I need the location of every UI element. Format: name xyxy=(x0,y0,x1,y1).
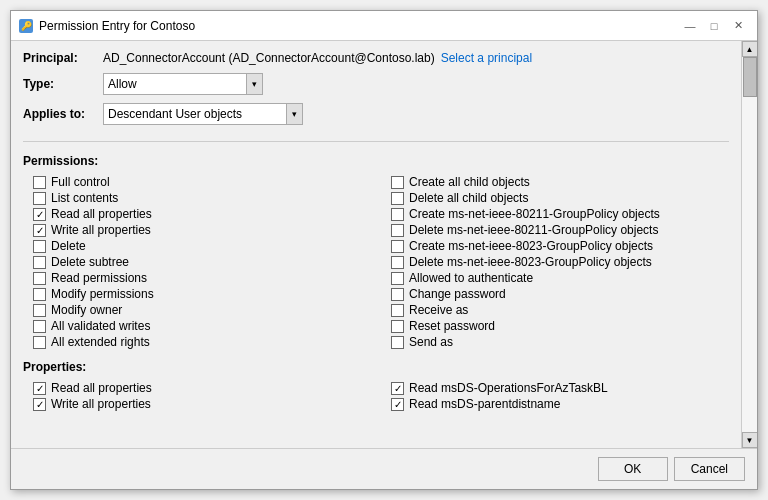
prop-read-msds-ops: Read msDS-OperationsForAzTaskBL xyxy=(391,380,729,396)
title-bar-left: 🔑 Permission Entry for Contoso xyxy=(19,19,195,33)
scrollbar[interactable]: ▲ ▼ xyxy=(741,41,757,448)
perm-delete-8023-checkbox[interactable] xyxy=(391,256,404,269)
perm-reset-password: Reset password xyxy=(391,318,729,334)
prop-read-msds-ops-label: Read msDS-OperationsForAzTaskBL xyxy=(409,381,608,395)
divider-1 xyxy=(23,141,729,142)
applies-dropdown[interactable]: Descendant User objects ▾ xyxy=(103,103,303,125)
properties-grid: Read all properties Write all properties… xyxy=(33,380,729,412)
perm-change-password: Change password xyxy=(391,286,729,302)
perm-all-extended-rights-checkbox[interactable] xyxy=(33,336,46,349)
minimize-button[interactable]: — xyxy=(679,16,701,36)
perm-full-control-checkbox[interactable] xyxy=(33,176,46,189)
perm-create-80211: Create ms-net-ieee-80211-GroupPolicy obj… xyxy=(391,206,729,222)
type-dropdown[interactable]: Allow ▾ xyxy=(103,73,263,95)
applies-dropdown-arrow: ▾ xyxy=(286,104,302,124)
cancel-button[interactable]: Cancel xyxy=(674,457,745,481)
dialog-window: 🔑 Permission Entry for Contoso — □ ✕ Pri… xyxy=(10,10,758,490)
perm-send-as-checkbox[interactable] xyxy=(391,336,404,349)
perm-full-control: Full control xyxy=(33,174,371,190)
perm-read-all-properties-checkbox[interactable] xyxy=(33,208,46,221)
prop-read-all-checkbox[interactable] xyxy=(33,382,46,395)
perm-delete: Delete xyxy=(33,238,371,254)
permissions-section: Permissions: Full control List contents xyxy=(23,154,729,350)
maximize-button[interactable]: □ xyxy=(703,16,725,36)
close-button[interactable]: ✕ xyxy=(727,16,749,36)
perm-delete-80211: Delete ms-net-ieee-80211-GroupPolicy obj… xyxy=(391,222,729,238)
perm-list-contents: List contents xyxy=(33,190,371,206)
properties-right-column: Read msDS-OperationsForAzTaskBL Read msD… xyxy=(391,380,729,412)
perm-delete-subtree: Delete subtree xyxy=(33,254,371,270)
perm-delete-checkbox[interactable] xyxy=(33,240,46,253)
scroll-down-arrow[interactable]: ▼ xyxy=(742,432,758,448)
perm-delete-label: Delete xyxy=(51,239,86,253)
perm-change-password-label: Change password xyxy=(409,287,506,301)
perm-change-password-checkbox[interactable] xyxy=(391,288,404,301)
perm-modify-permissions-label: Modify permissions xyxy=(51,287,154,301)
perm-create-8023-checkbox[interactable] xyxy=(391,240,404,253)
scroll-up-arrow[interactable]: ▲ xyxy=(742,41,758,57)
prop-read-msds-ops-checkbox[interactable] xyxy=(391,382,404,395)
perm-delete-subtree-checkbox[interactable] xyxy=(33,256,46,269)
prop-read-msds-parent-checkbox[interactable] xyxy=(391,398,404,411)
prop-read-msds-parent-label: Read msDS-parentdistname xyxy=(409,397,560,411)
type-label: Type: xyxy=(23,77,103,91)
perm-delete-all-child: Delete all child objects xyxy=(391,190,729,206)
select-principal-link[interactable]: Select a principal xyxy=(441,51,532,65)
perm-delete-8023-label: Delete ms-net-ieee-8023-GroupPolicy obje… xyxy=(409,255,652,269)
perm-create-80211-checkbox[interactable] xyxy=(391,208,404,221)
perm-write-all-properties: Write all properties xyxy=(33,222,371,238)
perm-create-8023-label: Create ms-net-ieee-8023-GroupPolicy obje… xyxy=(409,239,653,253)
perm-delete-80211-label: Delete ms-net-ieee-80211-GroupPolicy obj… xyxy=(409,223,658,237)
perm-write-all-properties-checkbox[interactable] xyxy=(33,224,46,237)
perm-all-validated-writes: All validated writes xyxy=(33,318,371,334)
principal-value: AD_ConnectorAccount (AD_ConnectorAccount… xyxy=(103,51,435,65)
perm-modify-permissions-checkbox[interactable] xyxy=(33,288,46,301)
perm-all-validated-writes-label: All validated writes xyxy=(51,319,150,333)
type-dropdown-arrow: ▾ xyxy=(246,74,262,94)
perm-delete-8023: Delete ms-net-ieee-8023-GroupPolicy obje… xyxy=(391,254,729,270)
perm-write-all-properties-label: Write all properties xyxy=(51,223,151,237)
window-title: Permission Entry for Contoso xyxy=(39,19,195,33)
perm-modify-owner-label: Modify owner xyxy=(51,303,122,317)
scroll-thumb[interactable] xyxy=(743,57,757,97)
permissions-right-column: Create all child objects Delete all chil… xyxy=(391,174,729,350)
perm-read-permissions-label: Read permissions xyxy=(51,271,147,285)
perm-create-all-child: Create all child objects xyxy=(391,174,729,190)
prop-read-all-label: Read all properties xyxy=(51,381,152,395)
perm-list-contents-checkbox[interactable] xyxy=(33,192,46,205)
title-controls: — □ ✕ xyxy=(679,16,749,36)
perm-allowed-authenticate: Allowed to authenticate xyxy=(391,270,729,286)
perm-allowed-authenticate-checkbox[interactable] xyxy=(391,272,404,285)
perm-all-extended-rights: All extended rights xyxy=(33,334,371,350)
perm-all-extended-rights-label: All extended rights xyxy=(51,335,150,349)
applies-row: Applies to: Descendant User objects ▾ xyxy=(23,103,729,125)
perm-modify-owner: Modify owner xyxy=(33,302,371,318)
perm-allowed-authenticate-label: Allowed to authenticate xyxy=(409,271,533,285)
perm-receive-as-checkbox[interactable] xyxy=(391,304,404,317)
dialog-footer: OK Cancel xyxy=(11,448,757,489)
perm-delete-all-child-label: Delete all child objects xyxy=(409,191,528,205)
perm-send-as-label: Send as xyxy=(409,335,453,349)
properties-section: Properties: Read all properties Write al… xyxy=(23,360,729,412)
ok-button[interactable]: OK xyxy=(598,457,668,481)
perm-modify-owner-checkbox[interactable] xyxy=(33,304,46,317)
prop-read-msds-parent: Read msDS-parentdistname xyxy=(391,396,729,412)
perm-send-as: Send as xyxy=(391,334,729,350)
prop-write-all-checkbox[interactable] xyxy=(33,398,46,411)
perm-delete-80211-checkbox[interactable] xyxy=(391,224,404,237)
applies-dropdown-value: Descendant User objects xyxy=(108,107,286,121)
principal-label: Principal: xyxy=(23,51,103,65)
perm-delete-all-child-checkbox[interactable] xyxy=(391,192,404,205)
perm-all-validated-writes-checkbox[interactable] xyxy=(33,320,46,333)
content-area: Principal: AD_ConnectorAccount (AD_Conne… xyxy=(11,41,757,448)
perm-read-all-properties: Read all properties xyxy=(33,206,371,222)
perm-full-control-label: Full control xyxy=(51,175,110,189)
properties-label: Properties: xyxy=(23,360,729,374)
scroll-track[interactable] xyxy=(742,57,758,432)
perm-create-80211-label: Create ms-net-ieee-80211-GroupPolicy obj… xyxy=(409,207,660,221)
perm-reset-password-checkbox[interactable] xyxy=(391,320,404,333)
perm-read-permissions-checkbox[interactable] xyxy=(33,272,46,285)
perm-create-all-child-label: Create all child objects xyxy=(409,175,530,189)
properties-left-column: Read all properties Write all properties xyxy=(33,380,371,412)
perm-create-all-child-checkbox[interactable] xyxy=(391,176,404,189)
